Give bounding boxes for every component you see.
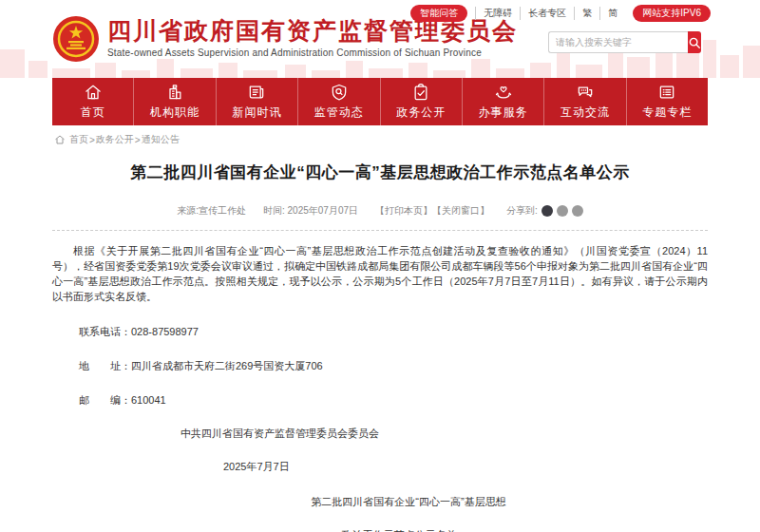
nav-label: 政务公开 xyxy=(396,104,446,121)
article: 第二批四川省国有企业“四心一高”基层思想政治工作示范点名单公示 来源:宣传工作处… xyxy=(52,150,708,532)
topbar: 智能问答 无障碍 长者专区 繁 简 网站支持IPV6 xyxy=(410,5,711,22)
share-group: 分享到: xyxy=(506,204,583,218)
contact-phone: 联系电话：028-87598977 xyxy=(52,325,708,339)
nav-item-news[interactable]: 新闻时讯 xyxy=(217,78,298,125)
search-icon xyxy=(688,36,701,49)
traditional-chinese-link[interactable]: 繁 xyxy=(575,7,600,20)
breadcrumb: 首页 > 政务公开 > 通知公告 xyxy=(54,133,180,146)
search-button[interactable] xyxy=(688,31,701,53)
main-nav: 首页 机构职能 新闻时讯 监管动态 xyxy=(52,78,708,125)
meta-time: 时间: 2025年07月07日 xyxy=(263,204,358,218)
clipboard-check-icon xyxy=(411,83,430,102)
share-icon-2[interactable] xyxy=(557,205,568,217)
signature-org: 中共四川省国有资产监督管理委员会委员会 xyxy=(52,427,708,441)
print-page-button[interactable]: 【打印本页】 xyxy=(375,205,432,216)
heart-hands-icon xyxy=(494,83,513,102)
meta-source: 来源:宣传工作处 xyxy=(177,204,246,218)
page: 智能问答 无障碍 长者专区 繁 简 网站支持IPV6 四川省政府国有资产监督管理… xyxy=(0,0,760,532)
nav-item-services[interactable]: 办事服务 xyxy=(463,78,544,125)
contact-postcode: 邮 编：610041 xyxy=(52,393,708,408)
breadcrumb-notices[interactable]: 通知公告 xyxy=(142,133,180,146)
close-window-button[interactable]: 【关闭窗口】 xyxy=(432,205,489,216)
breadcrumb-gov-open[interactable]: 政务公开 xyxy=(96,133,134,146)
nav-label: 机构职能 xyxy=(150,104,200,121)
senior-zone-link[interactable]: 长者专区 xyxy=(521,7,575,20)
breadcrumb-separator: > xyxy=(134,135,142,145)
nav-label: 互动交流 xyxy=(560,104,610,121)
nav-label: 首页 xyxy=(81,104,105,121)
nav-label: 新闻时讯 xyxy=(232,104,281,121)
meta-print-close: 【打印本页】【关闭窗口】 xyxy=(375,204,489,218)
nav-item-gov-open[interactable]: 政务公开 xyxy=(381,78,463,125)
news-icon xyxy=(247,83,266,102)
organization-icon xyxy=(165,83,184,102)
national-emblem-logo xyxy=(52,15,100,63)
supervision-shield-icon xyxy=(330,83,349,102)
article-paragraph: 根据《关于开展第二批四川省国有企业“四心一高”基层思想政治工作示范点创建活动及复… xyxy=(52,243,708,304)
share-label: 分享到: xyxy=(506,204,538,218)
appendix-title-line1: 第二批四川省国有企业“四心一高”基层思想 xyxy=(52,495,708,509)
appendix-title-line2: 政治工作示范点公示名单 xyxy=(52,528,708,532)
ipv6-badge[interactable]: 网站支持IPV6 xyxy=(633,5,711,22)
contact-address: 地 址：四川省成都市天府二街269号国资大厦706 xyxy=(52,359,708,373)
topics-list-icon xyxy=(657,83,676,102)
simplified-chinese-link[interactable]: 简 xyxy=(600,7,625,20)
site-subtitle: State-owned Assets Supervision and Admin… xyxy=(107,48,518,58)
article-title: 第二批四川省国有企业“四心一高”基层思想政治工作示范点名单公示 xyxy=(52,162,708,183)
breadcrumb-separator: > xyxy=(88,135,96,145)
breadcrumb-home[interactable]: 首页 xyxy=(69,133,88,146)
search-box xyxy=(548,31,695,53)
accessibility-link[interactable]: 无障碍 xyxy=(475,7,521,20)
smart-qa-button[interactable]: 智能问答 xyxy=(410,5,467,22)
share-icon-3[interactable] xyxy=(572,205,583,217)
breadcrumb-home-icon xyxy=(54,134,66,145)
site-header: 智能问答 无障碍 长者专区 繁 简 网站支持IPV6 四川省政府国有资产监督管理… xyxy=(0,0,760,78)
home-icon xyxy=(84,83,103,102)
nav-item-interaction[interactable]: 互动交流 xyxy=(544,78,626,125)
signature-date: 2025年7月7日 xyxy=(52,460,708,474)
nav-item-home[interactable]: 首页 xyxy=(52,78,134,125)
nav-item-topics[interactable]: 专题专栏 xyxy=(627,78,708,125)
nav-label: 监管动态 xyxy=(314,104,364,121)
nav-item-organization[interactable]: 机构职能 xyxy=(134,78,216,125)
article-meta: 来源:宣传工作处 时间: 2025年07月07日 【打印本页】【关闭窗口】 分享… xyxy=(52,204,708,231)
share-icon-1[interactable] xyxy=(542,205,553,217)
nav-label: 办事服务 xyxy=(479,104,528,121)
nav-label: 专题专栏 xyxy=(642,104,692,121)
brand: 四川省政府国有资产监督管理委员会 State-owned Assets Supe… xyxy=(52,15,518,63)
search-input[interactable] xyxy=(548,31,688,53)
nav-item-supervision[interactable]: 监管动态 xyxy=(298,78,380,125)
chat-bubbles-icon xyxy=(576,83,595,102)
